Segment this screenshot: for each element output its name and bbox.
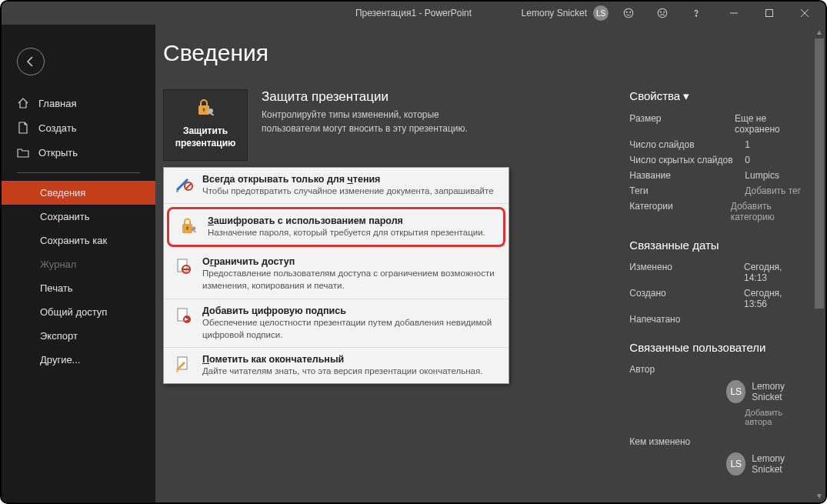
nav-label: Общий доступ <box>40 306 107 318</box>
prop-label: Категории <box>629 201 730 222</box>
prop-row: ИзмененоСегодня, 14:13 <box>629 259 807 285</box>
nav-label: Печать <box>40 282 73 294</box>
prop-label: Кем изменено <box>629 436 745 447</box>
open-icon <box>17 146 29 159</box>
people-title: Связанные пользователи <box>629 341 807 354</box>
menu-item-title: Пометить как окончательный <box>202 354 482 365</box>
add-author-link[interactable]: Добавить автора <box>745 408 807 426</box>
menu-mark-final[interactable]: Пометить как окончательный Дайте читател… <box>164 348 509 383</box>
lock-key-icon <box>168 98 242 122</box>
nav-label: Экспорт <box>40 330 78 342</box>
menu-digital-signature[interactable]: Добавить цифровую подпись Обеспечение це… <box>164 299 509 348</box>
prop-label: Теги <box>629 185 745 196</box>
prop-value: Еще не сохранено <box>735 113 807 135</box>
svg-line-17 <box>185 183 192 189</box>
back-button[interactable] <box>17 48 45 75</box>
user-name[interactable]: Lemony Snicket <box>522 8 587 18</box>
scroll-down-icon[interactable]: ▼ <box>813 489 825 502</box>
nav-home[interactable]: Главная <box>2 91 155 115</box>
menu-item-desc: Дайте читателям знать, что эта версия пр… <box>202 365 482 377</box>
author-name: Lemony Snicket <box>752 381 807 402</box>
protect-heading: Защита презентации <box>262 89 477 105</box>
properties-title[interactable]: Свойства ▾ <box>629 89 807 103</box>
author-row[interactable]: LS Lemony Snicket <box>629 377 807 406</box>
prop-label: Число скрытых слайдов <box>629 155 745 165</box>
svg-rect-8 <box>766 10 773 17</box>
face-sad-icon[interactable] <box>649 2 676 24</box>
restrict-icon <box>173 256 195 278</box>
prop-value[interactable]: Добавить тег <box>745 185 801 196</box>
scroll-thumb[interactable] <box>815 38 824 309</box>
protect-menu: Всегда открывать только для чтения Чтобы… <box>163 167 509 384</box>
prop-row: НазваниеLumpics <box>629 168 807 183</box>
prop-label: Изменено <box>629 262 744 283</box>
vertical-scrollbar[interactable]: ▲ ▼ <box>813 25 825 502</box>
svg-point-2 <box>630 12 631 12</box>
nav-info[interactable]: Сведения <box>2 181 155 205</box>
protect-description: Контролируйте типы изменений, которые по… <box>262 108 477 135</box>
home-icon <box>17 97 29 109</box>
lock-key-icon <box>178 215 200 237</box>
nav-more[interactable]: Другие... <box>2 348 155 372</box>
scroll-track[interactable] <box>813 38 825 489</box>
prop-row: РазмерЕще не сохранено <box>629 111 807 137</box>
nav-label: Другие... <box>40 354 80 365</box>
protect-presentation-button[interactable]: Защитить презентацию <box>163 89 248 161</box>
nav-saveas[interactable]: Сохранить как <box>2 229 155 252</box>
menu-item-desc: Назначение пароля, который требуется для… <box>208 226 485 239</box>
menu-readonly[interactable]: Всегда открывать только для чтения Чтобы… <box>164 168 509 204</box>
mark-final-icon <box>173 354 195 375</box>
nav-label: Сохранить <box>40 211 90 222</box>
menu-item-title: Ограничить доступ <box>202 256 499 267</box>
titlebar: Презентация1 - PowerPoint Lemony Snicket… <box>2 2 825 25</box>
prop-label: Напечатано <box>629 314 745 325</box>
properties-panel: Свойства ▾ РазмерЕще не сохранено Число … <box>629 89 813 479</box>
dates-title: Связанные даты <box>629 239 807 252</box>
nav-label: Создать <box>38 122 76 134</box>
backstage-sidebar: Главная Создать Открыть Сведения Сохрани… <box>2 25 155 502</box>
prop-row: Кем изменено <box>629 434 807 449</box>
menu-item-title: Добавить цифровую подпись <box>202 305 499 316</box>
user-avatar-badge[interactable]: LS <box>593 5 609 21</box>
modified-name: Lemony Snicket <box>752 453 807 475</box>
nav-share[interactable]: Общий доступ <box>2 300 155 324</box>
menu-item-title: Зашифровать с использованием пароля <box>208 215 485 226</box>
nav-save[interactable]: Сохранить <box>2 205 155 229</box>
prop-row: Напечатано <box>629 312 807 327</box>
prop-row: ТегиДобавить тег <box>629 183 807 199</box>
prop-value[interactable]: Lumpics <box>745 170 779 181</box>
prop-value[interactable]: Добавить категорию <box>731 201 807 222</box>
scroll-up-icon[interactable]: ▲ <box>813 25 825 38</box>
prop-value: 1 <box>745 139 750 150</box>
new-icon <box>17 122 29 134</box>
maximize-button[interactable] <box>752 2 787 24</box>
minimize-button[interactable] <box>716 2 752 24</box>
nav-open[interactable]: Открыть <box>2 140 155 165</box>
menu-encrypt-password[interactable]: Зашифровать с использованием пароля Назн… <box>167 207 505 247</box>
nav-print[interactable]: Печать <box>2 276 155 300</box>
prop-row: Число скрытых слайдов0 <box>629 152 807 168</box>
close-button[interactable] <box>787 2 822 24</box>
svg-rect-20 <box>187 228 188 230</box>
prop-value: Сегодня, 13:56 <box>744 288 807 309</box>
prop-label: Число слайдов <box>629 139 745 150</box>
nav-export[interactable]: Экспорт <box>2 324 155 348</box>
menu-restrict-access[interactable]: Ограничить доступ Предоставление пользов… <box>164 250 509 299</box>
prop-label: Название <box>629 170 745 181</box>
help-icon[interactable] <box>682 2 710 24</box>
protect-button-label: Защитить презентацию <box>168 125 242 149</box>
svg-point-1 <box>626 12 627 12</box>
prop-row: КатегорииДобавить категорию <box>629 199 807 225</box>
prop-row: СозданоСегодня, 13:56 <box>629 285 807 312</box>
face-smile-icon[interactable] <box>615 2 642 24</box>
svg-point-4 <box>660 12 661 12</box>
prop-row: Автор <box>629 362 807 377</box>
modified-by-row[interactable]: LS Lemony Snicket <box>629 449 807 479</box>
prop-label: Автор <box>629 364 745 375</box>
svg-point-3 <box>658 8 666 17</box>
menu-item-title: Всегда открывать только для чтения <box>202 174 494 185</box>
svg-rect-13 <box>203 109 204 112</box>
prop-label: Создано <box>629 288 744 309</box>
nav-new[interactable]: Создать <box>2 115 155 140</box>
svg-point-5 <box>664 12 665 12</box>
